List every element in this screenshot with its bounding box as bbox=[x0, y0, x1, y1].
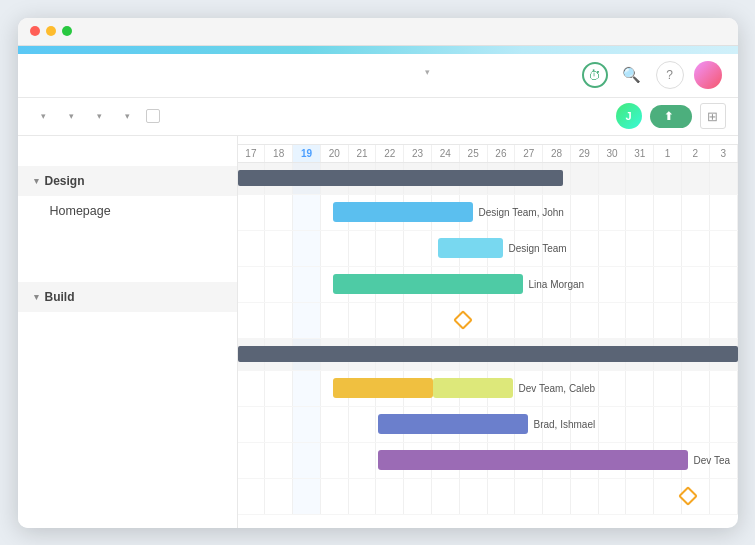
close-button[interactable] bbox=[30, 26, 40, 36]
task-bar-3-0 bbox=[333, 274, 523, 294]
date-cell-20: 20 bbox=[321, 145, 349, 162]
sidebar-item-test[interactable] bbox=[18, 344, 237, 360]
milestone-diamond-4 bbox=[453, 310, 473, 330]
hide-completed-checkbox[interactable] bbox=[146, 109, 160, 123]
zoom-chevron-icon: ▾ bbox=[97, 111, 102, 121]
date-cell-22: 22 bbox=[376, 145, 404, 162]
section-bar-0 bbox=[238, 170, 563, 186]
sidebar-item-launch[interactable] bbox=[18, 360, 237, 376]
more-chevron-icon: ▾ bbox=[425, 67, 430, 77]
bar-label-3: Lina Morgan bbox=[529, 279, 585, 290]
minimize-button[interactable] bbox=[46, 26, 56, 36]
gantt-area: 171819202122232425262728293031123 Design… bbox=[238, 136, 738, 528]
main-content: ▾ Design Homepage ▾ Build 17181920212223… bbox=[18, 136, 738, 528]
sidebar-item-setup-servers[interactable] bbox=[18, 312, 237, 328]
grid-icon[interactable]: ⊞ bbox=[700, 103, 726, 129]
date-cell-30: 30 bbox=[599, 145, 627, 162]
build-chevron-icon: ▾ bbox=[34, 292, 39, 302]
view-button[interactable]: ▾ bbox=[58, 107, 82, 125]
menu-chevron-icon: ▾ bbox=[41, 111, 46, 121]
gantt-row-0 bbox=[238, 163, 738, 195]
task-bar-2-0 bbox=[438, 238, 503, 258]
sidebar-item-photography[interactable] bbox=[18, 242, 237, 258]
sidebar-item-homepage[interactable]: Homepage bbox=[18, 196, 237, 226]
date-cell-19: 19 bbox=[293, 145, 321, 162]
gantt-row-3: Lina Morgan bbox=[238, 267, 738, 303]
date-cell-24: 24 bbox=[432, 145, 460, 162]
date-cell-23: 23 bbox=[404, 145, 432, 162]
gantt-row-6: Dev Team, Caleb bbox=[238, 371, 738, 407]
section-build[interactable]: ▾ Build bbox=[18, 282, 237, 312]
gantt-row-5 bbox=[238, 339, 738, 371]
gantt-row-2: Design Team bbox=[238, 231, 738, 267]
project-title bbox=[18, 152, 237, 166]
hide-completed-toggle[interactable] bbox=[146, 109, 166, 123]
maximize-button[interactable] bbox=[62, 26, 72, 36]
date-cell-26: 26 bbox=[488, 145, 516, 162]
date-cell-3: 3 bbox=[710, 145, 738, 162]
toolbar-right: J ⬆ ⊞ bbox=[616, 103, 726, 129]
date-cell-27: 27 bbox=[515, 145, 543, 162]
nav-tabs: ▾ bbox=[326, 67, 430, 83]
date-cell-1: 1 bbox=[654, 145, 682, 162]
title-bar bbox=[18, 18, 738, 46]
gantt-rows: Design Team, JohnDesign TeamLina MorganD… bbox=[238, 163, 738, 528]
gantt-row-1: Design Team, John bbox=[238, 195, 738, 231]
task-bar-1-0 bbox=[333, 202, 473, 222]
gantt-row-9 bbox=[238, 479, 738, 515]
menu-button[interactable]: ▾ bbox=[30, 107, 54, 125]
gantt-month-header bbox=[238, 136, 738, 145]
date-cell-17: 17 bbox=[238, 145, 266, 162]
task-bar-6-0 bbox=[333, 378, 433, 398]
section-bar-5 bbox=[238, 346, 738, 362]
traffic-lights bbox=[30, 26, 72, 36]
task-bar-8-0 bbox=[378, 450, 688, 470]
bar-label-1: Design Team, John bbox=[479, 207, 564, 218]
toolbar: ▾ ▾ ▾ ▾ J ⬆ ⊞ bbox=[18, 98, 738, 136]
date-cell-29: 29 bbox=[571, 145, 599, 162]
gantt-date-row: 171819202122232425262728293031123 bbox=[238, 145, 738, 163]
sidebar-item-features-page[interactable] bbox=[18, 226, 237, 242]
section-design[interactable]: ▾ Design bbox=[18, 166, 237, 196]
help-icon[interactable]: ? bbox=[656, 61, 684, 89]
date-cell-2: 2 bbox=[682, 145, 710, 162]
gantt-row-8: Dev Tea bbox=[238, 443, 738, 479]
user-avatar[interactable] bbox=[694, 61, 722, 89]
nav-bar: ▾ ⏱ 🔍 ? bbox=[18, 54, 738, 98]
share-button[interactable]: ⬆ bbox=[650, 105, 692, 128]
sidebar: ▾ Design Homepage ▾ Build bbox=[18, 136, 238, 528]
date-cell-21: 21 bbox=[349, 145, 377, 162]
task-bar-7-0 bbox=[378, 414, 528, 434]
milestone-diamond-9 bbox=[678, 486, 698, 506]
design-chevron-icon: ▾ bbox=[34, 176, 39, 186]
date-cell-31: 31 bbox=[626, 145, 654, 162]
bar-label-8: Dev Tea bbox=[694, 455, 731, 466]
date-cell-25: 25 bbox=[460, 145, 488, 162]
date-cell-28: 28 bbox=[543, 145, 571, 162]
design-section-label: Design bbox=[45, 174, 85, 188]
bar-label-6: Dev Team, Caleb bbox=[519, 383, 596, 394]
search-icon[interactable]: 🔍 bbox=[618, 61, 646, 89]
filter-button[interactable]: ▾ bbox=[114, 107, 138, 125]
tab-more[interactable]: ▾ bbox=[422, 67, 430, 83]
gantt-row-7: Brad, Ishmael bbox=[238, 407, 738, 443]
accent-bar bbox=[18, 46, 738, 54]
view-chevron-icon: ▾ bbox=[69, 111, 74, 121]
sidebar-item-build-template[interactable] bbox=[18, 328, 237, 344]
task-bar-6-1 bbox=[433, 378, 513, 398]
sidebar-item-design-complete[interactable] bbox=[18, 258, 237, 274]
date-cell-18: 18 bbox=[265, 145, 293, 162]
build-section-label: Build bbox=[45, 290, 75, 304]
nav-actions: ⏱ 🔍 ? bbox=[582, 61, 722, 89]
bar-label-2: Design Team bbox=[509, 243, 567, 254]
clock-icon[interactable]: ⏱ bbox=[582, 62, 608, 88]
gantt-row-4 bbox=[238, 303, 738, 339]
app-window: ▾ ⏱ 🔍 ? ▾ ▾ ▾ ▾ bbox=[18, 18, 738, 528]
zoom-button[interactable]: ▾ bbox=[86, 107, 110, 125]
filter-chevron-icon: ▾ bbox=[125, 111, 130, 121]
current-user-avatar[interactable]: J bbox=[616, 103, 642, 129]
bar-label-7: Brad, Ishmael bbox=[534, 419, 596, 430]
